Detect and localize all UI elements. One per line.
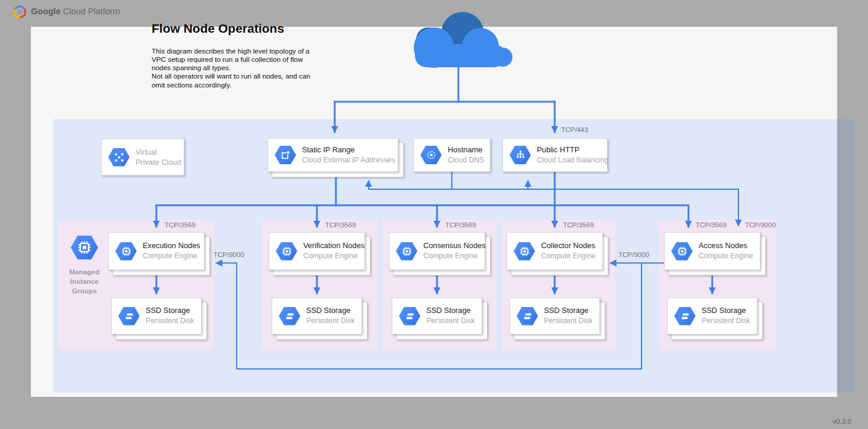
execution-card-text: Execution Nodes Compute Engine [143,241,200,261]
lb-subtitle: Cloud Load Balancing [537,155,608,165]
verification-card-text: Verification Nodes Compute Engine [303,241,364,261]
access-ssd-card: SSD Storage Persistent Disk [667,298,757,334]
consensus-title: Consensus Nodes [423,241,486,251]
compute-engine-icon [276,242,297,261]
verification-ssd-card: SSD Storage Persistent Disk [272,298,362,334]
persistent-disk-icon [674,307,696,325]
consensus-ssd-subtitle: Persistent Disk [426,316,475,325]
consensus-ssd-text: SSD Storage Persistent Disk [426,306,475,325]
port-label-loop-right: TCP/9000 [618,251,649,258]
compute-engine-icon [396,242,417,261]
collector-card-text: Collector Nodes Compute Engine [541,241,596,261]
port-label-collector: TCP/3569 [563,221,594,228]
collector-title: Collector Nodes [541,241,596,251]
persistent-disk-icon [517,307,538,325]
vpc-icon [108,148,130,167]
verification-ssd-subtitle: Persistent Disk [306,316,355,325]
verification-subtitle: Compute Engine [303,251,364,261]
lb-card-text: Public HTTP Cloud Load Balancing [537,145,608,165]
collector-ssd-text: SSD Storage Persistent Disk [544,306,593,325]
collector-ssd-subtitle: Persistent Disk [544,316,593,325]
port-label-https: TCP/443 [561,126,588,133]
consensus-card: Consensus Nodes Compute Engine [389,232,485,270]
access-card: Access Nodes Compute Engine [664,232,760,270]
dns-card-text: Hostname Cloud DNS [448,145,485,165]
consensus-card-text: Consensus Nodes Compute Engine [423,241,486,261]
load-balancer-icon [510,146,531,164]
edge-bus [156,205,688,227]
compute-engine-icon [671,242,693,261]
vpc-card-label: Virtual Private Cloud [136,147,181,168]
collector-ssd-title: SSD Storage [544,306,593,316]
execution-subtitle: Compute Engine [143,251,200,261]
consensus-subtitle: Compute Engine [423,251,486,261]
static-ip-title: Static IP Range [302,145,395,155]
execution-ssd-text: SSD Storage Persistent Disk [146,306,194,325]
lb-card: Public HTTP Cloud Load Balancing [502,138,608,172]
access-title: Access Nodes [699,241,753,251]
external-ip-icon [275,146,296,164]
collector-subtitle: Compute Engine [541,251,596,261]
port-label-loop-left: TCP/9000 [213,251,244,258]
consensus-ssd-card: SSD Storage Persistent Disk [392,298,482,334]
lb-title: Public HTTP [537,145,608,155]
dns-subtitle: Cloud DNS [448,155,485,165]
verification-ssd-title: SSD Storage [306,306,355,316]
static-ip-card: Static IP Range Cloud External IP Addres… [268,138,398,172]
port-label-consensus: TCP/3569 [445,221,476,228]
edge-feedback-to-access [369,189,738,226]
static-ip-card-text: Static IP Range Cloud External IP Addres… [302,145,395,165]
port-label-execution: TCP/3569 [165,221,196,228]
verification-title: Verification Nodes [303,241,364,251]
execution-ssd-subtitle: Persistent Disk [146,316,194,325]
dns-title: Hostname [448,145,485,155]
consensus-ssd-title: SSD Storage [426,306,475,316]
static-ip-subtitle: Cloud External IP Addresses [302,155,395,165]
port-label-access-flow: TCP/3569 [696,221,727,228]
persistent-disk-icon [399,307,420,325]
port-label-verification: TCP/3569 [325,221,356,228]
access-subtitle: Compute Engine [699,251,753,261]
access-ssd-subtitle: Persistent Disk [702,316,750,325]
compute-engine-icon [115,242,137,261]
diagram-page: { "brand": {"bold": "Google", "rest": " … [0,0,868,429]
dns-icon [420,146,442,164]
execution-ssd-title: SSD Storage [146,306,194,316]
compute-engine-icon [514,242,535,261]
execution-card: Execution Nodes Compute Engine [108,232,205,270]
access-ssd-title: SSD Storage [702,306,750,316]
access-card-text: Access Nodes Compute Engine [699,241,753,261]
execution-title: Execution Nodes [143,241,200,251]
dns-card: Hostname Cloud DNS [413,138,490,172]
persistent-disk-icon [279,307,300,325]
persistent-disk-icon [118,307,140,325]
collector-card: Collector Nodes Compute Engine [507,232,603,270]
execution-ssd-card: SSD Storage Persistent Disk [111,298,202,334]
vpc-card: Virtual Private Cloud [101,139,184,176]
collector-ssd-card: SSD Storage Persistent Disk [510,298,600,334]
verification-card: Verification Nodes Compute Engine [269,232,365,270]
access-ssd-text: SSD Storage Persistent Disk [702,306,750,325]
verification-ssd-text: SSD Storage Persistent Disk [306,306,355,325]
port-label-access-grpc: TCP/9000 [745,221,776,228]
connector-lines [0,0,868,429]
